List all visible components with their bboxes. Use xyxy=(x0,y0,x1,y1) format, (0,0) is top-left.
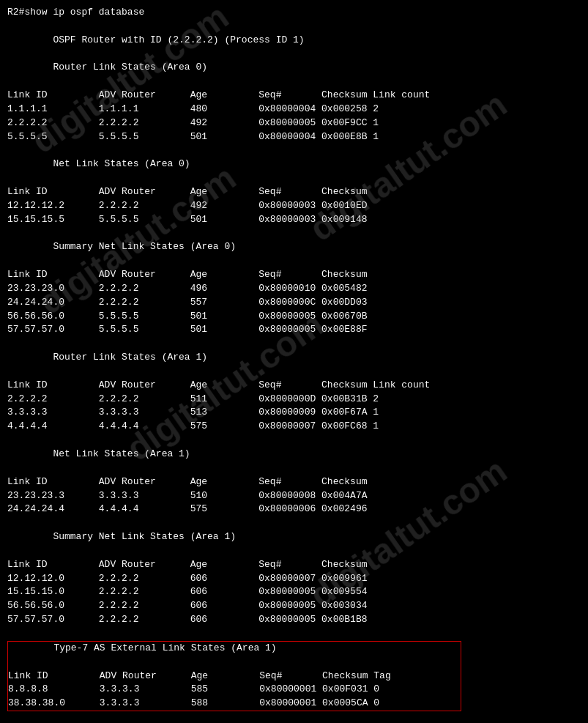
terminal-content: R2#show ip ospf database OSPF Router wit… xyxy=(7,6,581,723)
terminal-window: digitaltut.com digitaltut.com digitaltut… xyxy=(7,6,581,723)
